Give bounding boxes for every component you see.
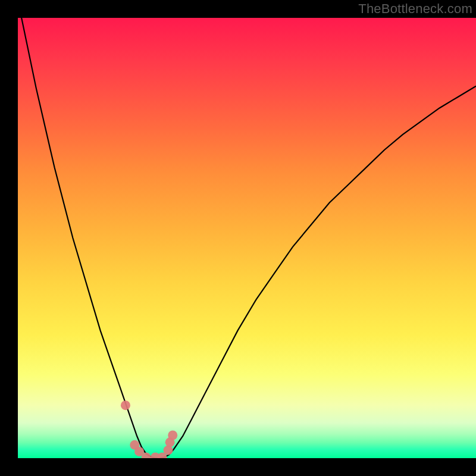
curve-line <box>18 18 476 458</box>
plot-area <box>18 18 476 458</box>
bottom-border <box>18 458 476 476</box>
bottleneck-curve <box>18 18 476 458</box>
chart-frame: TheBottleneck.com <box>0 0 476 476</box>
curve-markers <box>121 400 177 458</box>
data-marker <box>121 400 130 410</box>
data-marker <box>164 446 173 455</box>
data-marker <box>168 431 177 440</box>
watermark-text: TheBottleneck.com <box>358 1 472 17</box>
